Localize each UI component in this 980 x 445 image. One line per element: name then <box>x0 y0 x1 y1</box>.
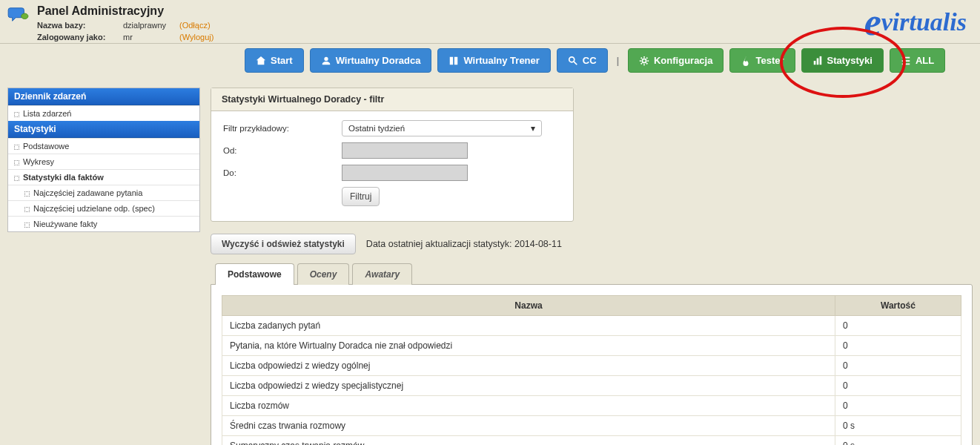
stat-name: Liczba zadanych pytań <box>222 316 835 336</box>
sidebar-item-charts[interactable]: Wykresy <box>8 154 199 169</box>
db-label: Nazwa bazy: <box>37 19 119 31</box>
filter-from-label: Od: <box>223 146 342 155</box>
last-update-text: Data ostatniej aktualizacji statystyk: 2… <box>366 239 562 249</box>
db-value: dzialprawny <box>123 19 175 31</box>
svg-rect-6 <box>819 56 821 64</box>
logo: evirtualis <box>864 0 967 44</box>
table-row: Średni czas trwania rozmowy0 s <box>222 416 961 436</box>
stat-value: 0 <box>835 336 961 356</box>
user-label: Zalogowany jako: <box>37 31 119 43</box>
table-row: Liczba zadanych pytań0 <box>222 316 961 336</box>
stats-table: Nazwa Wartość Liczba zadanych pytań0Pyta… <box>222 295 961 445</box>
tab-basic[interactable]: Podstawowe <box>215 263 294 285</box>
layout: Dziennik zdarzeń Lista zdarzeń Statystyk… <box>0 80 980 445</box>
speech-icon <box>7 6 30 24</box>
sidebar-item-log-list[interactable]: Lista zdarzeń <box>8 105 199 121</box>
book-icon <box>448 56 459 66</box>
table-row: Liczba rozmów0 <box>222 396 961 416</box>
sidebar-item-faq[interactable]: Najczęściej zadawane pytania <box>8 185 199 200</box>
filter-example-label: Filtr przykładowy: <box>223 124 342 133</box>
svg-line-2 <box>574 61 577 64</box>
nav-config-button[interactable]: Konfiguracja <box>628 48 724 73</box>
sidebar-head-stats: Statystyki <box>8 121 199 138</box>
refresh-row: Wyczyść i odśwież statystyki Data ostatn… <box>211 234 973 254</box>
col-value: Wartość <box>835 296 961 316</box>
user-icon <box>321 56 331 66</box>
tab-avatars[interactable]: Awatary <box>352 263 412 285</box>
search-icon <box>568 56 578 66</box>
sidebar-item-spec[interactable]: Najczęściej udzielane odp. (spec) <box>8 200 199 216</box>
tab-ratings[interactable]: Oceny <box>297 263 350 285</box>
stat-value: 0 <box>835 396 961 416</box>
svg-point-1 <box>569 56 575 62</box>
filter-submit-button[interactable]: Filtruj <box>342 187 380 206</box>
nav-tester-button[interactable]: Tester <box>729 48 795 73</box>
nav-stats-button[interactable]: Statystyki <box>801 48 884 73</box>
filter-to-label: Do: <box>223 168 342 177</box>
stat-name: Liczba odpowiedzi z wiedzy specjalistycz… <box>222 376 835 396</box>
svg-point-0 <box>21 13 28 19</box>
page-title: Panel Administracyjny <box>37 4 213 18</box>
topbar: Panel Administracyjny Nazwa bazy: dzialp… <box>0 0 980 44</box>
chevron-down-icon: ▾ <box>531 123 535 134</box>
main-nav: Start Wirtualny Doradca Wirtualny Trener… <box>0 44 980 80</box>
filter-to-input[interactable] <box>342 165 468 181</box>
stat-name: Liczba odpowiedzi z wiedzy ogólnej <box>222 356 835 376</box>
stat-name: Pytania, na które Wirtualny Doradca nie … <box>222 336 835 356</box>
stat-name: Sumaryczny czas trwania rozmów <box>222 436 835 446</box>
stat-value: 0 <box>835 316 961 336</box>
table-row: Pytania, na które Wirtualny Doradca nie … <box>222 336 961 356</box>
refresh-stats-button[interactable]: Wyczyść i odśwież statystyki <box>211 234 356 254</box>
user-value: mr <box>123 31 175 43</box>
stat-name: Średni czas trwania rozmowy <box>222 416 835 436</box>
filter-panel: Statystyki Wirtualnego Doradcy - filtr F… <box>211 88 574 222</box>
sidebar-item-unused[interactable]: Nieużywane fakty <box>8 216 199 231</box>
tab-pane-basic: Nazwa Wartość Liczba zadanych pytań0Pyta… <box>211 284 973 445</box>
table-row: Sumaryczny czas trwania rozmów0 s <box>222 436 961 446</box>
nav-wd-button[interactable]: Wirtualny Doradca <box>310 48 432 73</box>
nav-cc-button[interactable]: CC <box>557 48 608 73</box>
nav-all-button[interactable]: ALL <box>890 48 945 73</box>
list-icon <box>901 56 911 66</box>
admin-info: Panel Administracyjny Nazwa bazy: dzialp… <box>37 4 213 43</box>
table-row: Liczba odpowiedzi z wiedzy ogólnej0 <box>222 356 961 376</box>
stat-value: 0 <box>835 356 961 376</box>
content: Statystyki Wirtualnego Doradcy - filtr F… <box>211 88 973 445</box>
filter-panel-title: Statystyki Wirtualnego Doradcy - filtr <box>211 88 573 111</box>
logout-link[interactable]: (Wyloguj) <box>179 31 213 43</box>
sidebar-item-basic[interactable]: Podstawowe <box>8 138 199 154</box>
gear-icon <box>639 56 649 66</box>
svg-rect-4 <box>813 61 815 65</box>
stat-value: 0 s <box>835 436 961 446</box>
nav-trener-button[interactable]: Wirtualny Trener <box>437 48 550 73</box>
sidebar: Dziennik zdarzeń Lista zdarzeń Statystyk… <box>7 88 200 232</box>
nav-separator: | <box>614 56 622 66</box>
stat-value: 0 s <box>835 416 961 436</box>
sidebar-item-facts[interactable]: Statystyki dla faktów <box>8 169 199 185</box>
filter-from-input[interactable] <box>342 142 468 159</box>
stat-name: Liczba rozmów <box>222 396 835 416</box>
svg-rect-5 <box>816 58 818 65</box>
col-name: Nazwa <box>222 296 835 316</box>
filter-example-select[interactable]: Ostatni tydzień ▾ <box>342 120 542 136</box>
svg-point-3 <box>642 59 646 62</box>
home-icon <box>256 56 266 66</box>
tabs: Podstawowe Oceny Awatary <box>215 263 973 285</box>
table-row: Liczba odpowiedzi z wiedzy specjalistycz… <box>222 376 961 396</box>
stat-value: 0 <box>835 376 961 396</box>
disconnect-link[interactable]: (Odłącz) <box>179 19 211 31</box>
fire-icon <box>741 56 751 66</box>
nav-start-button[interactable]: Start <box>245 48 304 73</box>
sidebar-head-log: Dziennik zdarzeń <box>8 88 199 105</box>
bar-chart-icon <box>812 56 823 66</box>
